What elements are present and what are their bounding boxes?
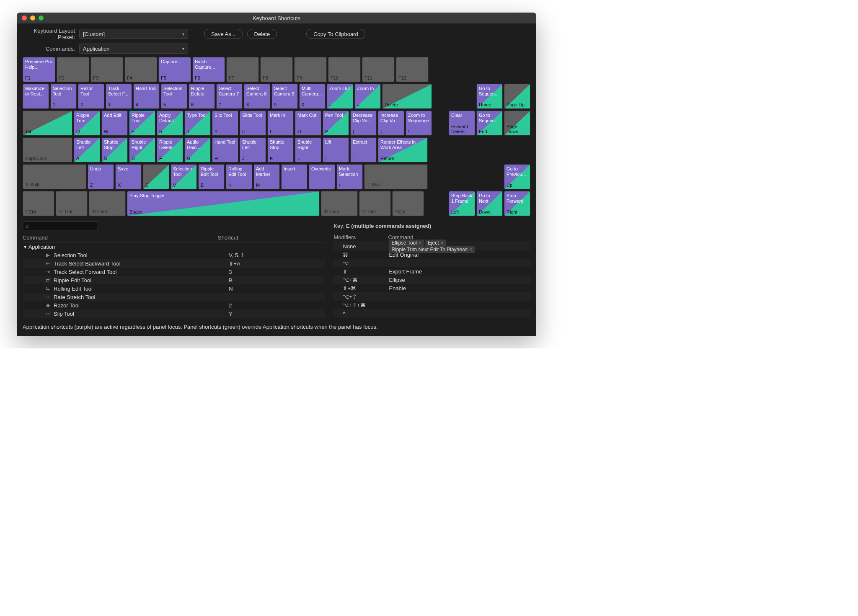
command-row[interactable]: ⇄Ripple Edit ToolB [23,276,325,284]
key-d[interactable]: Shuttle RightD [129,137,155,162]
key-f8[interactable]: F8 [260,57,293,82]
key-caps-lock[interactable]: Caps Lock [23,137,72,162]
key-v[interactable]: Selection ToolV [171,164,197,189]
remove-icon[interactable]: × [419,240,421,246]
key--shift[interactable]: ⇧ Shift [364,164,428,189]
key-c[interactable]: C [143,164,169,189]
key--[interactable]: Overwrite. [309,164,335,189]
key-3[interactable]: Track Select F...3 [106,84,132,109]
modifier-row[interactable]: ⌥ [333,259,530,267]
modifier-row[interactable]: ⇧+⌘Enable [333,284,530,292]
key-e[interactable]: Ripple TrimE [129,111,155,136]
command-row[interactable]: ⇆Rolling Edit ToolN [23,284,325,293]
remove-icon[interactable]: × [441,240,444,246]
key-left[interactable]: Step Back 1 FrameLeft [449,191,475,216]
tree-root[interactable]: ▾ Application [23,242,325,251]
key--[interactable]: Zoom In= [354,84,381,109]
key-1[interactable]: Selection Tool1 [50,84,77,109]
modifier-row[interactable]: ^ [333,309,530,317]
key-right[interactable]: Step ForwardRight [504,191,530,216]
key-f3[interactable]: F3 [90,57,123,82]
key-5[interactable]: Selection Tool5 [161,84,187,109]
modifier-row[interactable]: NoneEllipse Tool ×Eject ×Ripple Trim Nex… [333,242,530,250]
key-o[interactable]: Mark OutO [295,111,321,136]
key-y[interactable]: Slip ToolY [212,111,238,136]
key-f6[interactable]: Batch Capture...F6 [192,57,225,82]
key-l[interactable]: Shuttle RightL [295,137,321,162]
key-8[interactable]: Select Camera 88 [244,84,270,109]
key-delete[interactable]: Delete [382,84,432,109]
modifier-row[interactable]: ⌥+⇧+⌘ [333,301,530,309]
command-row[interactable]: ⇥Track Select Forward Tool3 [23,268,325,276]
key-w[interactable]: Add EditW [101,111,128,136]
assignment-chip[interactable]: Ellipse Tool × [389,240,424,246]
key-j[interactable]: Shuttle LeftJ [240,137,266,162]
key-z[interactable]: UndoZ [88,164,114,189]
modifier-row[interactable]: ⌥+⌘Ellipse [333,276,530,284]
key-page-up[interactable]: Page Up [504,84,530,109]
key-u[interactable]: Slide ToolU [240,111,266,136]
key-h[interactable]: Hand ToolH [212,137,238,162]
key-i[interactable]: Mark InI [267,111,294,136]
key-n[interactable]: Rolling Edit ToolN [226,164,252,189]
key--ctrl[interactable]: ^ Ctrl [392,191,424,216]
key-r[interactable]: Apply Default...R [157,111,183,136]
command-row[interactable]: ▶Selection ToolV, 5, 1 [23,251,325,259]
key-m[interactable]: Add MarkerM [253,164,280,189]
key-f9[interactable]: F9 [294,57,327,82]
key-tab[interactable]: Tab [23,111,72,136]
key-f[interactable]: Ripple DeleteF [157,137,183,162]
search-input[interactable]: ⌕ [23,221,98,230]
commands-select[interactable]: Application ▾ [79,44,188,54]
key-up[interactable]: Go to Previou...Up [504,164,530,189]
key-page-down[interactable]: Page Down [504,111,530,136]
key-f5[interactable]: Capture...F5 [158,57,191,82]
modifier-row[interactable]: ⇧Export Frame [333,267,530,276]
key--opt[interactable]: ⌥ Opt [56,191,88,216]
key-x[interactable]: SaveX [115,164,142,189]
key-p[interactable]: Pen ToolP [323,111,349,136]
command-list[interactable]: ▾ Application▶Selection ToolV, 5, 1⇤Trac… [23,242,325,318]
key-0[interactable]: Multi-Camera...0 [299,84,326,109]
key--opt[interactable]: ⌥ Opt [359,191,391,216]
key--ctrl[interactable]: ^ Ctrl [23,191,54,216]
key--[interactable]: Extract' [350,137,377,162]
key-home[interactable]: Go to Sequen...Home [476,84,503,109]
key-space[interactable]: Play-Stop ToggleSpace [127,191,320,216]
key--[interactable]: Decrease Clip Vo...[ [350,111,377,136]
key-forward-delete[interactable]: ClearForward Delete [449,111,475,136]
key-f2[interactable]: F2 [57,57,89,82]
modifier-row[interactable]: ⌘Edit Original [333,250,530,259]
key--[interactable]: Lift; [323,137,349,162]
key--shift[interactable]: ⇧ Shift [23,164,86,189]
modifiers-list[interactable]: NoneEllipse Tool ×Eject ×Ripple Trim Nex… [333,242,530,317]
key--[interactable]: Insert, [281,164,308,189]
key--[interactable]: Maximize or Rest...` [23,84,49,109]
key-q[interactable]: Ripple TrimQ [74,111,100,136]
key-down[interactable]: Go to NextDown [476,191,503,216]
key-b[interactable]: Ripple Edit ToolB [198,164,225,189]
key-9[interactable]: Select Camera 99 [271,84,298,109]
modifier-row[interactable]: ⌥+⇧ [333,292,530,301]
command-row[interactable]: ⇤Track Select Backward Tool⇧+A [23,259,325,268]
key-end[interactable]: Go to Sequen...End [476,111,503,136]
key-return[interactable]: Render Effects in Work AreaReturn [378,137,428,162]
key-a[interactable]: Shuttle LeftA [74,137,100,162]
save-as-button[interactable]: Save As... [204,29,243,39]
preset-select[interactable]: [Custom] ▾ [79,29,188,39]
key-g[interactable]: Audio Gain...G [184,137,211,162]
assignment-chip[interactable]: Eject × [425,240,446,246]
command-row[interactable]: ◆Razor Tool2 [23,301,325,309]
key--[interactable]: Increase Clip Vo...] [378,111,404,136]
key-f11[interactable]: F11 [362,57,395,82]
copy-clipboard-button[interactable]: Copy To Clipboard [306,29,365,39]
key-6[interactable]: Ripple Delete6 [189,84,215,109]
command-row[interactable]: ↦Slip ToolY [23,309,325,318]
key-f1[interactable]: Premiere Pro Help...F1 [23,57,55,82]
key-f7[interactable]: F7 [226,57,259,82]
key-t[interactable]: Type ToolT [184,111,211,136]
key-2[interactable]: Razor Tool2 [78,84,104,109]
key-f4[interactable]: F4 [124,57,157,82]
command-row[interactable]: ↔Rate Stretch Tool [23,293,325,301]
key-f10[interactable]: F10 [328,57,361,82]
